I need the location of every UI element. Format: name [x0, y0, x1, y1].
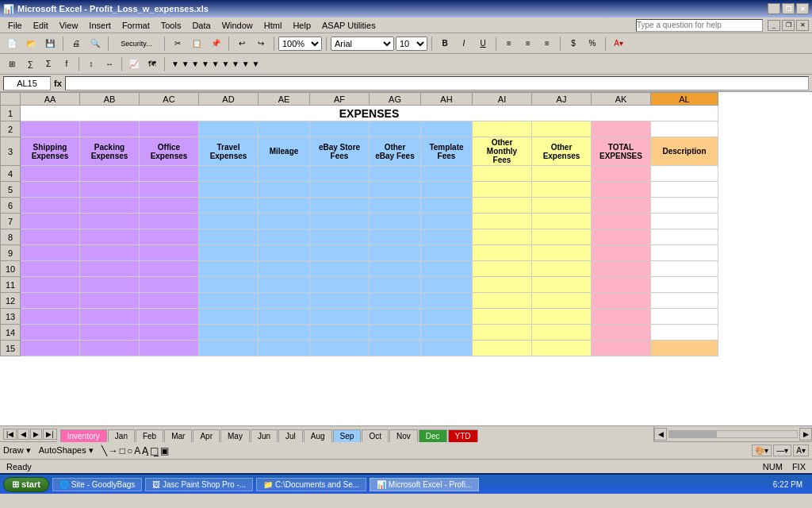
cell-AH10[interactable] — [421, 261, 473, 277]
cell-AJ6[interactable] — [532, 198, 592, 214]
menu-html[interactable]: Html — [259, 20, 287, 31]
line-color-btn[interactable]: —▾ — [773, 444, 791, 456]
cell-AB11[interactable] — [80, 277, 140, 293]
cell-AH15[interactable] — [421, 341, 473, 356]
formula-input[interactable] — [65, 76, 809, 90]
cell-AE10[interactable] — [259, 261, 310, 277]
menu-tools[interactable]: Tools — [156, 20, 186, 31]
align-left[interactable]: ≡ — [500, 36, 518, 52]
tab-feb[interactable]: Feb — [136, 429, 163, 442]
cell-AL2[interactable] — [651, 121, 718, 137]
row-header-12[interactable]: 12 — [1, 293, 21, 309]
fill-btn[interactable]: 🎨▾ — [752, 444, 772, 456]
cell-AL11[interactable] — [651, 277, 718, 293]
cell-AB5[interactable] — [80, 182, 140, 198]
col-header-AI[interactable]: AI — [473, 93, 532, 106]
cell-AK3[interactable]: TOTALEXPENSES — [592, 137, 651, 166]
fill-color[interactable]: A▾ — [610, 36, 627, 52]
cell-AD15[interactable] — [199, 341, 259, 356]
cell-AG15[interactable] — [370, 341, 421, 356]
taskbar-item-2[interactable]: 📁 C:\Documents and Se... — [256, 478, 366, 491]
color-tools[interactable]: 🎨▾ —▾ A▾ — [752, 444, 809, 456]
map-btn[interactable]: 🗺 — [144, 56, 161, 72]
h-scrollbar[interactable]: ◀ ▶ — [653, 426, 812, 441]
cell-AA11[interactable] — [21, 277, 80, 293]
cell-AL13[interactable] — [651, 309, 718, 325]
cell-AF11[interactable] — [310, 277, 370, 293]
cell-AE2[interactable] — [259, 121, 310, 137]
cell-AI13[interactable] — [473, 309, 532, 325]
row-header-7[interactable]: 7 — [1, 214, 21, 229]
cell-AH2[interactable] — [421, 121, 473, 137]
menu-data[interactable]: Data — [187, 20, 215, 31]
row-header-1[interactable]: 1 — [1, 106, 21, 121]
cell-AJ3[interactable]: OtherExpenses — [532, 137, 592, 166]
tb2-btn4[interactable]: f — [58, 56, 75, 72]
row-header-4[interactable]: 4 — [1, 166, 21, 182]
cell-AH12[interactable] — [421, 293, 473, 309]
cell-AE4[interactable] — [259, 166, 310, 182]
tb2-btn6[interactable]: ↔ — [101, 56, 118, 72]
cell-AD5[interactable] — [199, 182, 259, 198]
cell-AI5[interactable] — [473, 182, 532, 198]
cell-AA13[interactable] — [21, 309, 80, 325]
tab-jan[interactable]: Jan — [108, 429, 135, 442]
cell-AB8[interactable] — [80, 229, 140, 245]
cell-AC10[interactable] — [140, 261, 199, 277]
open-button[interactable]: 📂 — [22, 36, 40, 52]
sheet-nav[interactable]: |◀ ◀ ▶ ▶| — [0, 426, 57, 441]
menu-view[interactable]: View — [55, 20, 83, 31]
cell-AL3[interactable]: Description — [651, 137, 718, 166]
cell-AA14[interactable] — [21, 325, 80, 341]
row-header-8[interactable]: 8 — [1, 229, 21, 245]
cell-AC6[interactable] — [140, 198, 199, 214]
cell-AC13[interactable] — [140, 309, 199, 325]
cell-AL9[interactable] — [651, 245, 718, 261]
cell-AH14[interactable] — [421, 325, 473, 341]
cell-AI15[interactable] — [473, 341, 532, 356]
cell-AB4[interactable] — [80, 166, 140, 182]
tab-nov[interactable]: Nov — [389, 429, 418, 442]
start-button[interactable]: ⊞ start — [3, 477, 49, 492]
cell-AA6[interactable] — [21, 198, 80, 214]
cell-AJ4[interactable] — [532, 166, 592, 182]
cell-AG3[interactable]: OthereBay Fees — [370, 137, 421, 166]
cell-AI9[interactable] — [473, 245, 532, 261]
col-header-AD[interactable]: AD — [199, 93, 259, 106]
col-header-AB[interactable]: AB — [80, 93, 140, 106]
row-header-14[interactable]: 14 — [1, 325, 21, 341]
save-button[interactable]: 💾 — [41, 36, 59, 52]
cell-AG13[interactable] — [370, 309, 421, 325]
cell-AJ9[interactable] — [532, 245, 592, 261]
cell-AD10[interactable] — [199, 261, 259, 277]
preview-button[interactable]: 🔍 — [86, 36, 104, 52]
textbox-tool[interactable]: A — [134, 445, 140, 456]
cell-AA12[interactable] — [21, 293, 80, 309]
3d-tool[interactable]: ▣ — [160, 445, 169, 456]
cell-AD3[interactable]: TravelExpenses — [199, 137, 259, 166]
cell-AF4[interactable] — [310, 166, 370, 182]
cell-AD12[interactable] — [199, 293, 259, 309]
cell-AE6[interactable] — [259, 198, 310, 214]
window-controls[interactable]: _ ❐ ✕ — [768, 3, 809, 14]
new-button[interactable]: 📄 — [3, 36, 21, 52]
cell-AF13[interactable] — [310, 309, 370, 325]
cell-AF6[interactable] — [310, 198, 370, 214]
cell-AE11[interactable] — [259, 277, 310, 293]
cell-AE7[interactable] — [259, 214, 310, 229]
cell-AH6[interactable] — [421, 198, 473, 214]
row-header-6[interactable]: 6 — [1, 198, 21, 214]
line-tool[interactable]: ╲ — [102, 445, 107, 456]
menu-asap[interactable]: ASAP Utilities — [317, 20, 381, 31]
security-button[interactable]: Security... — [113, 36, 160, 52]
cell-AK2[interactable] — [592, 121, 651, 137]
undo-button[interactable]: ↩ — [233, 36, 251, 52]
tb2-btn2[interactable]: ∑ — [21, 56, 39, 72]
cell-AC2[interactable] — [140, 121, 199, 137]
menu-help[interactable]: Help — [288, 20, 316, 31]
cell-AC9[interactable] — [140, 245, 199, 261]
cell-AB6[interactable] — [80, 198, 140, 214]
taskbar-item-1[interactable]: 🖼 Jasc Paint Shop Pro -... — [145, 478, 253, 491]
minimize-button[interactable]: _ — [768, 3, 780, 14]
cell-AJ10[interactable] — [532, 261, 592, 277]
